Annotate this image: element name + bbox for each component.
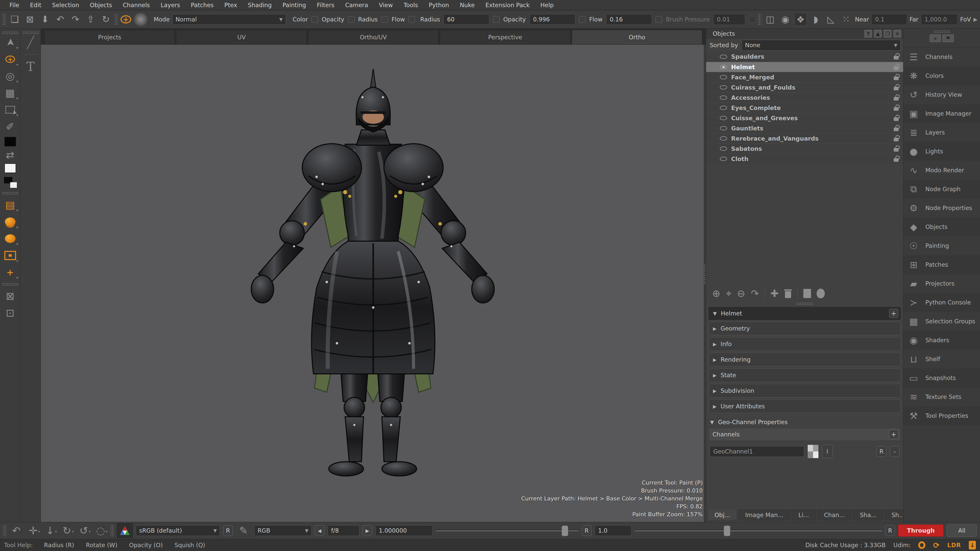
menu-python[interactable]: Python [423, 2, 454, 8]
sidebar-item-node-graph[interactable]: ⧉Node Graph [904, 179, 980, 198]
text-tool[interactable]: T [23, 58, 38, 75]
toggle-color-checkbox[interactable] [312, 16, 318, 23]
panel-tab-sha[interactable]: Sha... [853, 510, 883, 520]
panel-tab-obj[interactable]: Obj... [708, 510, 737, 520]
visibility-eye-icon[interactable] [720, 55, 727, 59]
object-row-cuisse-and-greeves[interactable]: Cuisse_and_Greeves [706, 113, 903, 123]
flag-icon[interactable]: ⚑ [942, 35, 954, 42]
section-rendering[interactable]: ▶Rendering [709, 353, 900, 367]
help-icon[interactable]: ? [864, 30, 872, 38]
down-icon[interactable]: ↓ [43, 524, 57, 537]
remove-channel-button[interactable]: - [890, 446, 900, 457]
sidebar-item-lights[interactable]: ●Lights [904, 142, 980, 161]
toolbar-grip[interactable] [758, 14, 761, 25]
arrow-right-icon[interactable]: ▶ [974, 16, 977, 22]
new-project-icon[interactable]: ❏ [8, 13, 21, 26]
section-info[interactable]: ▶Info [709, 337, 900, 351]
visibility-eye-icon[interactable] [720, 95, 727, 100]
lock-icon[interactable] [894, 76, 899, 80]
gamma-slider-thumb[interactable] [724, 526, 730, 536]
object-row-accessories[interactable]: Accessories [706, 92, 903, 103]
properties-splitter[interactable] [706, 301, 903, 307]
smudge-tool[interactable]: ◎ [3, 68, 18, 84]
channel-display-dropdown[interactable]: RGB ▼ [254, 525, 312, 536]
clip-half-icon[interactable]: ◗ [810, 13, 822, 26]
panel-tab-chan[interactable]: Chan... [817, 510, 851, 520]
menu-channels[interactable]: Channels [118, 2, 155, 8]
sidebar-item-history-view[interactable]: ↺History View [904, 85, 980, 104]
sidebar-item-image-manager[interactable]: ▣Image Manager [904, 104, 980, 123]
flow-field[interactable]: 0.16 [606, 14, 652, 25]
menu-objects[interactable]: Objects [84, 2, 118, 8]
brush-pressure-field[interactable]: 0.01 [713, 14, 745, 25]
toolbar-grip[interactable] [2, 192, 18, 194]
lock-icon[interactable] [894, 148, 899, 152]
lock-icon[interactable] [894, 107, 899, 111]
toolbar-grip[interactable] [3, 525, 6, 537]
background-color-swatch[interactable] [3, 162, 18, 175]
menu-file[interactable]: File [4, 2, 25, 8]
export-object-icon[interactable]: ↷ [751, 288, 759, 299]
ellipse-shape-icon[interactable] [817, 289, 825, 299]
panel-tab-li[interactable]: Li... [792, 510, 816, 520]
paint-buffer-tool[interactable] [3, 247, 18, 264]
object-header[interactable]: ▼ Helmet + [709, 307, 900, 320]
menu-view[interactable]: View [374, 2, 398, 8]
viewport-canvas[interactable]: Current Tool: Paint (P)Brush Pressure: 0… [41, 44, 706, 522]
spray-icon[interactable]: ⁙ [840, 13, 852, 26]
gamma-field[interactable]: 1.0 [595, 525, 632, 536]
fstop-decrease-button[interactable]: ◀ [315, 525, 325, 536]
brush-pressure-checkbox[interactable] [749, 16, 756, 23]
channel-swatch[interactable] [808, 445, 818, 458]
tab-perspective[interactable]: Perspective [440, 30, 570, 44]
visibility-eye-icon[interactable] [720, 75, 727, 79]
geo-channel-header[interactable]: ▼ Geo-Channel Properties [709, 416, 900, 428]
clone-stamp-tool[interactable] [3, 213, 18, 230]
menu-edit[interactable]: Edit [25, 2, 47, 8]
lock-icon[interactable] [894, 97, 899, 100]
paint-mode-dropdown[interactable]: Normal ▼ [172, 14, 286, 25]
lock-icon[interactable] [894, 138, 899, 141]
menu-ptex[interactable]: Ptex [219, 2, 242, 8]
foreground-color-swatch[interactable] [3, 135, 18, 148]
sorted-by-dropdown[interactable]: None ▼ [741, 40, 900, 51]
opacity-field[interactable]: 0.996 [530, 14, 575, 25]
exposure-field[interactable]: 1.000000 [375, 525, 433, 536]
sidebar-item-shelf[interactable]: ⊔Shelf [904, 349, 980, 368]
sidebar-item-shaders[interactable]: ◉Shaders [904, 331, 980, 349]
sidebar-item-modo-render[interactable]: ∿Modo Render [904, 161, 980, 179]
refresh-icon[interactable]: ⟳ [933, 541, 939, 550]
sidebar-item-colors[interactable]: ❋Colors [904, 66, 980, 85]
sidebar-item-painting[interactable]: ☉Painting [904, 236, 980, 255]
reset-colors-button[interactable] [3, 175, 18, 190]
lock-icon[interactable] [894, 66, 899, 70]
paint-through-tool[interactable]: ▤ [3, 197, 18, 213]
exposure-slider[interactable] [436, 530, 579, 532]
toolbar-grip[interactable] [115, 14, 118, 25]
add-locator-icon[interactable]: ⌖ [726, 288, 731, 299]
visibility-eye-icon[interactable] [720, 65, 727, 69]
redo-icon[interactable]: ↷ [69, 13, 82, 26]
object-row-face-merged[interactable]: Face_Merged [706, 72, 903, 82]
visibility-eye-icon[interactable] [720, 126, 727, 130]
visibility-eye-icon[interactable] [720, 157, 727, 161]
reset-colorspace-button[interactable]: R [223, 525, 233, 536]
object-row-eyes-complete[interactable]: Eyes_Complete [706, 103, 903, 113]
colorspace-dropdown[interactable]: sRGB (default) ▼ [136, 525, 220, 536]
far-field[interactable]: 1,000.0 [921, 14, 958, 25]
toggle-opacity-checkbox[interactable] [348, 16, 355, 23]
sidebar-item-layers[interactable]: ≣Layers [904, 123, 980, 142]
objects-panel-titlebar[interactable]: Objects ? ▲ ❐ ✕ [706, 29, 903, 39]
export-flattened-icon[interactable]: ⇪ [84, 13, 97, 26]
symmetry-icon[interactable]: ❖ [794, 13, 807, 26]
tab-ortho[interactable]: Ortho [572, 30, 702, 44]
select-tool[interactable]: ➤ [3, 34, 18, 51]
sidebar-item-selection-groups[interactable]: ▦Selection Groups [904, 312, 980, 331]
object-row-cloth[interactable]: Cloth [706, 154, 903, 164]
section-subdivision[interactable]: ▶Subdivision [709, 384, 900, 398]
undo-icon[interactable]: ↶ [54, 13, 66, 26]
invert-button[interactable]: I [822, 445, 833, 458]
menu-nuke[interactable]: Nuke [454, 2, 480, 8]
projection-cylinder-icon[interactable]: ◫ [764, 13, 776, 26]
panel-splitter[interactable] [704, 44, 706, 522]
